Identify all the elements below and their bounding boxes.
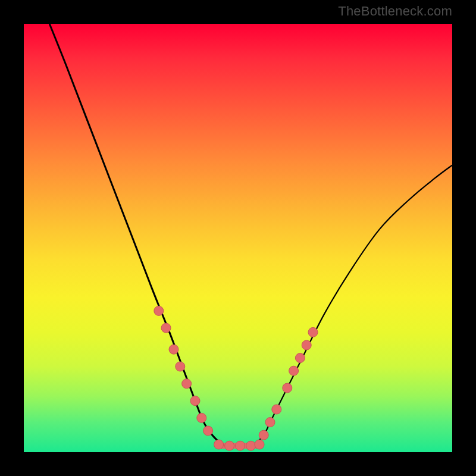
data-marker xyxy=(161,323,171,333)
data-marker xyxy=(203,426,213,436)
data-marker xyxy=(176,362,185,371)
marker-group xyxy=(154,306,318,450)
data-marker xyxy=(302,340,311,350)
data-marker xyxy=(308,327,318,337)
data-marker xyxy=(246,441,256,450)
data-marker xyxy=(289,366,299,375)
chart-frame: TheBottleneck.com xyxy=(0,0,476,476)
left-curve xyxy=(49,24,221,444)
data-marker xyxy=(283,383,292,393)
data-marker xyxy=(295,353,305,363)
data-marker xyxy=(255,440,264,449)
data-marker xyxy=(236,441,245,450)
watermark-text: TheBottleneck.com xyxy=(338,4,452,19)
data-marker xyxy=(169,345,178,354)
data-marker xyxy=(197,413,206,422)
plot-area xyxy=(24,24,452,452)
data-marker xyxy=(259,430,268,440)
data-marker xyxy=(225,441,234,450)
chart-svg xyxy=(24,24,452,452)
data-marker xyxy=(272,405,281,414)
data-marker xyxy=(265,418,275,427)
data-marker xyxy=(190,396,200,406)
data-marker xyxy=(154,306,164,315)
data-marker xyxy=(214,440,224,449)
right-curve xyxy=(255,165,452,444)
data-marker xyxy=(182,379,192,389)
